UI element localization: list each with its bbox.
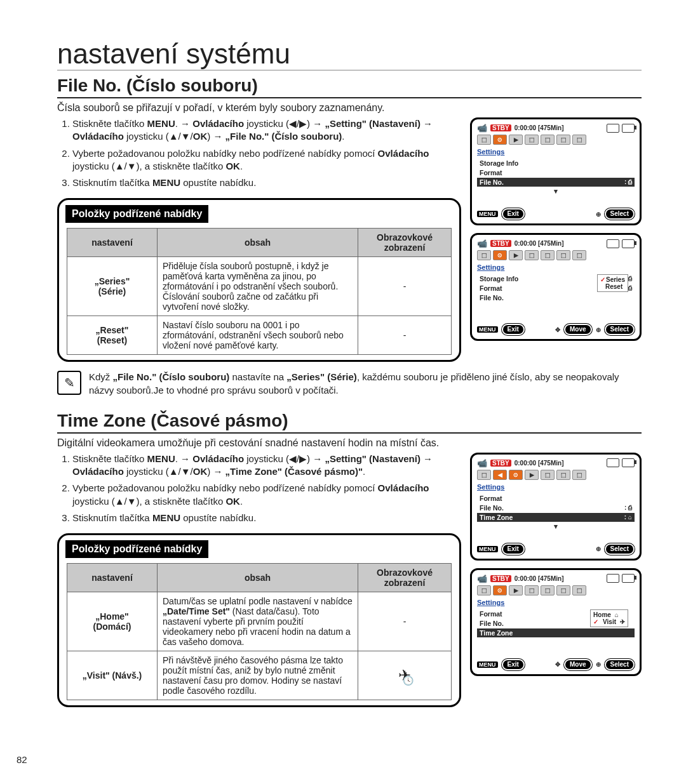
table-row: „Reset"(Reset)Nastaví číslo souboru na 0…	[67, 316, 452, 355]
popup-menu: ✓SeriesReset	[597, 274, 628, 292]
popup-menu: Home⌂✓Visit✈	[590, 609, 628, 627]
exit-pill: Exit	[502, 208, 525, 220]
menu-item-selected: File No.: ⎙	[477, 178, 635, 187]
table-row: „Visit" (Návš.)Při návštěvě jiného časov…	[67, 651, 452, 700]
screen-fileno-2: 📹STBY0:00:00 [475Min] ⬚⊙▶⬚⬚⬚⬚ Settings S…	[470, 233, 642, 341]
fileno-table: nastaveníobsahObrazovkové zobrazení „Ser…	[67, 228, 452, 355]
section-title-fileno: File No. (Číslo souboru)	[57, 76, 642, 98]
card-icon	[607, 124, 619, 133]
screen-timezone-2: 📹STBY0:00:00 [475Min] ⬚⊙▶⬚⬚⬚⬚ Settings F…	[470, 568, 642, 676]
timezone-steps: Stiskněte tlačítko MENU. → Ovládacího jo…	[57, 453, 461, 524]
select-pill: Select	[605, 208, 635, 220]
table-row: „Series"(Série)Přiděluje čísla souborů p…	[67, 257, 452, 316]
page-number: 82	[17, 754, 27, 765]
submenu-label: Položky podřízené nabídky	[65, 205, 208, 223]
camera-icon: 📹	[477, 123, 487, 133]
note-icon: ✎	[57, 371, 81, 395]
menu-item: Format	[477, 168, 635, 177]
fileno-note: Když „File No." (Číslo souboru) nastavít…	[89, 371, 642, 397]
fileno-intro: Čísla souborů se přiřazují v pořadí, v k…	[57, 102, 642, 114]
page-title: nastavení systému	[57, 38, 642, 70]
screen-fileno-1: 📹STBY0:00:00 [475Min] ⬚⊙▶⬚⬚⬚⬚ Settings S…	[470, 117, 642, 225]
menu-item: Storage Info	[477, 159, 635, 168]
screen-timezone-1: 📹STBY0:00:00 [475Min] ⬚◀⊙▶⬚⬚⬚ Settings F…	[470, 453, 642, 561]
timezone-intro: Digitální videokamera umožňuje při cesto…	[57, 437, 642, 449]
step-2: Vyberte požadovanou položku nabídky nebo…	[72, 147, 461, 173]
fileno-steps: Stiskněte tlačítko MENU. → Ovládacího jo…	[57, 117, 461, 189]
section-title-timezone: Time Zone (Časové pásmo)	[57, 411, 642, 434]
battery-icon	[622, 124, 635, 133]
settings-tab-icon: ⊙	[493, 135, 507, 145]
fileno-submenu-box: Položky podřízené nabídky nastaveníobsah…	[57, 198, 461, 362]
timezone-table: nastaveníobsahObrazovkové zobrazení „Hom…	[67, 563, 452, 700]
table-row: „Home"(Domácí)Datum/čas se uplatní podle…	[67, 592, 452, 651]
visit-plane-clock-icon: ✈	[398, 667, 411, 684]
step-3: Stisknutím tlačítka MENU opustíte nabídk…	[72, 176, 461, 189]
settings-heading: Settings	[477, 148, 504, 156]
timezone-submenu-box: Položky podřízené nabídky nastaveníobsah…	[57, 533, 461, 707]
step-1: Stiskněte tlačítko MENU. → Ovládacího jo…	[72, 117, 461, 143]
